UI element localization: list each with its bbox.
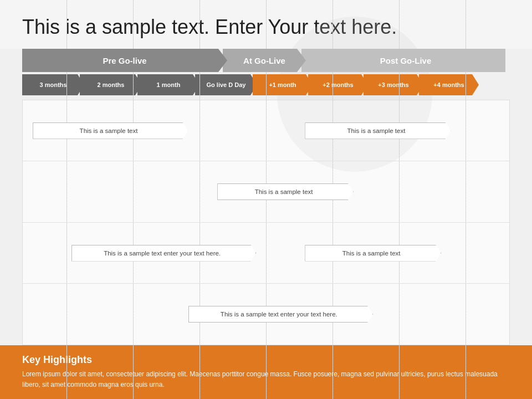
timeline-plus1month: +1 month bbox=[253, 74, 313, 95]
content-item-r1c2[interactable]: This is a sample text bbox=[305, 122, 451, 139]
content-row-3: This is a sample text enter your text he… bbox=[23, 223, 509, 284]
timeline-plus4months: +4 months bbox=[419, 74, 479, 95]
timeline-plus2months: +2 months bbox=[308, 74, 368, 95]
timeline-2months: 2 months bbox=[80, 74, 142, 95]
page-title: This is a sample text. Enter Your text h… bbox=[22, 16, 510, 39]
content-item-r3c2[interactable]: This is a sample text bbox=[305, 245, 441, 262]
content-item-r3c1[interactable]: This is a sample text enter your text he… bbox=[71, 245, 257, 262]
content-row-2: This is a sample text bbox=[23, 161, 509, 222]
phase-post-go-live: Post Go-Live bbox=[301, 49, 510, 72]
phase-pre-go-live: Pre Go-live bbox=[22, 49, 227, 72]
content-area: This is a sample text This is a sample t… bbox=[22, 100, 510, 345]
key-highlights-body: Lorem ipsum dolor sit amet, consectetuer… bbox=[22, 369, 510, 390]
content-item-r2c1[interactable]: This is a sample text bbox=[217, 183, 354, 200]
timeline-row: 3 months 2 months 1 month Go live D Day … bbox=[22, 74, 510, 95]
timeline-plus3months: +3 months bbox=[364, 74, 423, 95]
content-row-4: This is a sample text enter your text he… bbox=[23, 284, 509, 344]
content-item-r1c1[interactable]: This is a sample text bbox=[33, 122, 188, 139]
key-highlights-title: Key Highlights bbox=[22, 354, 510, 366]
phase-at-go-live: At Go-Live bbox=[223, 49, 306, 72]
timeline-golive: Go live D Day bbox=[195, 74, 257, 95]
timeline-1month: 1 month bbox=[137, 74, 200, 95]
key-highlights-section: Key Highlights Lorem ipsum dolor sit ame… bbox=[0, 345, 532, 399]
timeline-3months: 3 months bbox=[22, 74, 84, 95]
content-item-r4c1[interactable]: This is a sample text enter your text he… bbox=[188, 306, 374, 323]
content-row-1: This is a sample text This is a sample t… bbox=[23, 100, 509, 161]
phase-header: Pre Go-live At Go-Live Post Go-Live bbox=[22, 49, 510, 72]
